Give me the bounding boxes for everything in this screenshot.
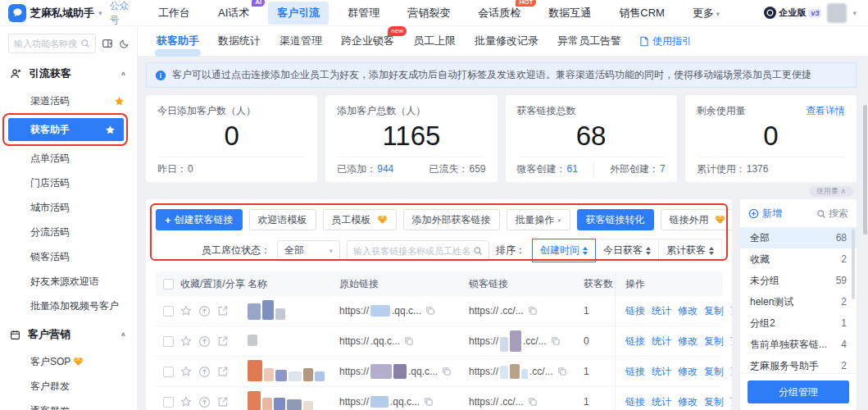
share-icon[interactable]	[217, 366, 229, 377]
sidebar-item-锁客活码[interactable]: 锁客活码	[0, 244, 137, 269]
action-link-统计[interactable]: 统计	[652, 365, 671, 379]
action-link-更多[interactable]: 更多	[730, 395, 732, 409]
sidebar-search-input[interactable]	[8, 34, 96, 53]
tab-跨企业锁客[interactable]: 跨企业锁客new	[334, 30, 402, 52]
user-avatar[interactable]	[827, 3, 847, 23]
action-link-复制[interactable]: 复制	[704, 365, 724, 379]
tab-数据统计[interactable]: 数据统计	[211, 30, 268, 52]
group-item-分组2[interactable]: 分组21	[740, 312, 857, 334]
table-search-field[interactable]	[353, 246, 470, 256]
topnav-item-更多[interactable]: 更多 ▾	[684, 2, 729, 25]
action-link-修改[interactable]: 修改	[678, 365, 698, 379]
sidebar-section-客户营销[interactable]: 客户营销∧	[0, 318, 137, 349]
share-icon[interactable]	[217, 396, 229, 408]
sidebar-item-逐客群发[interactable]: 逐客群发	[0, 399, 137, 410]
topnav-item-销售CRM[interactable]: 销售CRM	[610, 2, 674, 25]
seat-status-select[interactable]: 全部 ▾	[277, 240, 340, 262]
group-item-芝麻服务号助手[interactable]: 芝麻服务号助手2	[740, 355, 857, 373]
usage-collapse-pill[interactable]: 使用量 ∧	[809, 186, 853, 197]
sidebar-search-field[interactable]	[14, 39, 77, 48]
group-item-未分组[interactable]: 未分组59	[740, 270, 857, 291]
favorite-star-icon[interactable]	[180, 335, 192, 347]
action-link-修改[interactable]: 修改	[678, 395, 698, 409]
brand-area[interactable]: 芝麻私域助手 ▾ 公众号	[0, 0, 138, 27]
toolbar-button-批量操作[interactable]: 批量操作▾	[507, 209, 570, 230]
manage-groups-button[interactable]: 分组管理	[748, 380, 849, 403]
pin-top-icon[interactable]	[198, 335, 211, 348]
action-link-修改[interactable]: 修改	[678, 304, 698, 318]
topnav-item-群管理[interactable]: 群管理	[339, 2, 389, 25]
action-link-更多[interactable]: 更多	[730, 304, 732, 318]
favorite-star-icon[interactable]	[180, 305, 192, 317]
group-list-scrollbar[interactable]	[852, 229, 855, 299]
row-checkbox[interactable]	[163, 336, 174, 347]
action-link-更多[interactable]: 更多	[730, 365, 732, 379]
select-all-checkbox[interactable]	[163, 279, 174, 289]
group-item-收藏[interactable]: 收藏2	[740, 248, 857, 270]
copy-icon[interactable]	[424, 397, 434, 407]
stat-footer-value[interactable]: 944	[377, 163, 393, 175]
user-menu-chevron-down-icon[interactable]: ▾	[852, 9, 857, 17]
copy-icon[interactable]	[528, 306, 538, 316]
sidebar-item-客户群发[interactable]: 客户群发	[0, 374, 137, 399]
topnav-item-AI话术[interactable]: AI话术AI	[209, 2, 258, 25]
copy-icon[interactable]	[442, 367, 452, 376]
toolbar-button-欢迎语模板[interactable]: 欢迎语模板	[249, 209, 316, 230]
action-link-修改[interactable]: 修改	[678, 335, 698, 348]
topnav-item-营销裂变[interactable]: 营销裂变	[398, 2, 459, 25]
tab-员工上限[interactable]: 员工上限	[406, 30, 463, 52]
action-link-链接[interactable]: 链接	[625, 304, 645, 318]
toolbar-button-链接外用[interactable]: 链接外用	[661, 209, 732, 230]
topnav-item-会话质检[interactable]: 会话质检HOT	[469, 2, 529, 25]
action-link-统计[interactable]: 统计	[652, 304, 671, 318]
sidebar-item-分流活码[interactable]: 分流活码	[0, 220, 137, 244]
toolbar-button-获客链接转化[interactable]: 获客链接转化	[577, 209, 654, 230]
group-item-全部[interactable]: 全部68	[740, 227, 857, 248]
tab-渠道管理[interactable]: 渠道管理	[272, 30, 329, 52]
sidebar-section-引流获客[interactable]: 引流获客∧	[0, 57, 137, 89]
stat-footer-value[interactable]: 61	[567, 163, 578, 175]
account-type-link[interactable]: 公众号	[110, 0, 138, 27]
tab-获客助手[interactable]: 获客助手	[149, 30, 207, 52]
share-icon[interactable]	[217, 305, 229, 317]
copy-icon[interactable]	[551, 336, 561, 346]
favorite-star-icon[interactable]	[180, 366, 192, 377]
add-group-button[interactable]: 新增	[748, 207, 782, 221]
table-search-input[interactable]	[347, 240, 489, 262]
copy-icon[interactable]	[425, 306, 435, 316]
action-link-复制[interactable]: 复制	[704, 335, 724, 348]
action-link-链接[interactable]: 链接	[625, 335, 645, 348]
action-link-链接[interactable]: 链接	[625, 365, 645, 379]
dark-mode-moon-icon[interactable]	[119, 39, 130, 49]
sidebar-item-点单活码[interactable]: 点单活码	[0, 146, 137, 171]
usage-guide-link[interactable]: 使用指引	[639, 34, 692, 48]
collapse-panel-icon[interactable]	[102, 38, 113, 49]
sidebar-item-门店活码[interactable]: 门店活码	[0, 171, 137, 195]
row-checkbox[interactable]	[163, 397, 174, 408]
toolbar-button-创建获客链接[interactable]: +创建获客链接	[156, 209, 243, 230]
sort-button-今日获客[interactable]: 今日获客	[596, 239, 659, 262]
brand-chevron-down-icon[interactable]: ▾	[98, 9, 102, 17]
pin-top-icon[interactable]	[198, 305, 211, 317]
copy-icon[interactable]	[528, 397, 538, 407]
sidebar-item-客户SOP[interactable]: 客户SOP	[0, 349, 137, 374]
sidebar-item-获客助手[interactable]: 获客助手	[8, 118, 124, 141]
group-search-button[interactable]: 搜索	[816, 207, 848, 221]
sort-button-创建时间[interactable]: 创建时间	[532, 239, 596, 262]
action-link-复制[interactable]: 复制	[704, 304, 724, 318]
share-icon[interactable]	[217, 335, 229, 347]
sort-button-累计获客[interactable]: 累计获客	[659, 239, 722, 262]
sidebar-item-城市活码[interactable]: 城市活码	[0, 195, 137, 220]
topnav-item-数据互通[interactable]: 数据互通	[539, 2, 600, 25]
copy-icon[interactable]	[404, 336, 414, 346]
topnav-item-客户引流[interactable]: 客户引流	[268, 2, 329, 25]
favorite-star-icon[interactable]	[180, 396, 192, 408]
action-link-更多[interactable]: 更多	[730, 335, 732, 348]
tab-异常员工告警[interactable]: 异常员工告警	[550, 30, 629, 52]
view-details-link[interactable]: 查看详情	[806, 104, 845, 118]
action-link-复制[interactable]: 复制	[704, 395, 724, 409]
group-item-售前单独获客链...[interactable]: 售前单独获客链...4	[740, 334, 857, 355]
sidebar-item-渠道活码[interactable]: 渠道活码	[0, 89, 137, 113]
pin-top-icon[interactable]	[198, 396, 211, 408]
row-checkbox[interactable]	[163, 367, 174, 377]
